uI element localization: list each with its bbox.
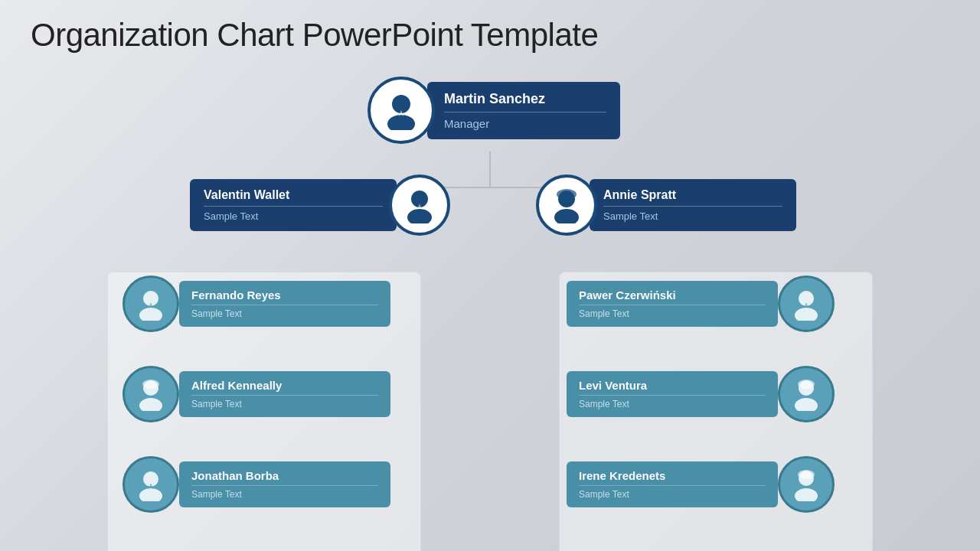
valentin-sample: Sample Text [204, 210, 383, 222]
jonathan-card: Jonathan Borba Sample Text [122, 456, 383, 513]
annie-info: Annie Spratt Sample Text [590, 179, 796, 231]
fernando-name: Fernando Reyes [191, 289, 378, 302]
levi-sample: Sample Text [579, 399, 766, 409]
svg-point-15 [139, 308, 162, 321]
pawer-card: Pawer Czerwiński Sample Text [574, 276, 835, 332]
valentin-name: Valentin Wallet [204, 188, 383, 202]
levi-name: Levi Ventura [579, 379, 766, 392]
manager-avatar [368, 77, 435, 144]
pawer-info: Pawer Czerwiński Sample Text [567, 281, 778, 327]
valentin-avatar [389, 174, 450, 236]
alfred-avatar [122, 366, 179, 422]
valentin-card: Valentin Wallet Sample Text [190, 174, 450, 236]
pawer-avatar [778, 276, 835, 332]
fernando-divider [191, 305, 378, 305]
jonathan-avatar [122, 456, 179, 513]
svg-point-24 [795, 308, 818, 321]
pawer-divider [579, 305, 766, 305]
manager-name: Martin Sanchez [444, 91, 606, 107]
pawer-sample: Sample Text [579, 308, 766, 319]
fernando-info: Fernando Reyes Sample Text [179, 281, 390, 327]
jonathan-info: Jonathan Borba Sample Text [179, 461, 390, 507]
pawer-name: Pawer Czerwiński [579, 289, 766, 302]
manager-divider [444, 112, 606, 112]
irene-divider [579, 485, 766, 486]
irene-card: Irene Kredenets Sample Text [574, 456, 835, 513]
alfred-info: Alfred Kenneally Sample Text [179, 371, 390, 417]
manager-role: Manager [444, 117, 606, 130]
irene-avatar [778, 456, 835, 513]
svg-point-31 [798, 470, 815, 479]
annie-sample: Sample Text [603, 210, 782, 222]
irene-name: Irene Kredenets [579, 469, 766, 482]
jonathan-divider [191, 485, 378, 486]
alfred-sample: Sample Text [191, 399, 378, 409]
manager-info: Martin Sanchez Manager [427, 82, 620, 139]
svg-point-13 [557, 189, 577, 200]
levi-divider [579, 395, 766, 396]
annie-avatar [536, 174, 597, 236]
valentin-divider [204, 206, 383, 207]
annie-name: Annie Spratt [603, 188, 782, 202]
fernando-card: Fernando Reyes Sample Text [122, 276, 383, 332]
annie-card: Annie Spratt Sample Text [536, 174, 796, 236]
irene-sample: Sample Text [579, 489, 766, 500]
svg-point-21 [139, 488, 162, 501]
fernando-avatar [122, 276, 179, 332]
annie-divider [603, 206, 782, 207]
svg-point-30 [795, 488, 818, 501]
page-title: Organization Chart PowerPoint Template [0, 0, 980, 61]
alfred-divider [191, 395, 378, 396]
manager-card: Martin Sanchez Manager [368, 77, 620, 144]
levi-info: Levi Ventura Sample Text [567, 371, 778, 417]
levi-avatar [778, 366, 835, 422]
svg-point-18 [139, 398, 162, 411]
fernando-sample: Sample Text [191, 308, 378, 319]
svg-point-19 [142, 380, 159, 389]
svg-point-28 [798, 380, 815, 389]
levi-card: Levi Ventura Sample Text [574, 366, 835, 422]
svg-point-27 [795, 398, 818, 411]
svg-point-5 [387, 115, 415, 130]
svg-point-9 [407, 209, 432, 223]
irene-info: Irene Kredenets Sample Text [567, 461, 778, 507]
jonathan-sample: Sample Text [191, 489, 378, 500]
jonathan-name: Jonathan Borba [191, 469, 378, 482]
svg-point-12 [554, 209, 579, 223]
valentin-info: Valentin Wallet Sample Text [190, 179, 397, 231]
alfred-name: Alfred Kenneally [191, 379, 378, 392]
alfred-card: Alfred Kenneally Sample Text [122, 366, 383, 422]
